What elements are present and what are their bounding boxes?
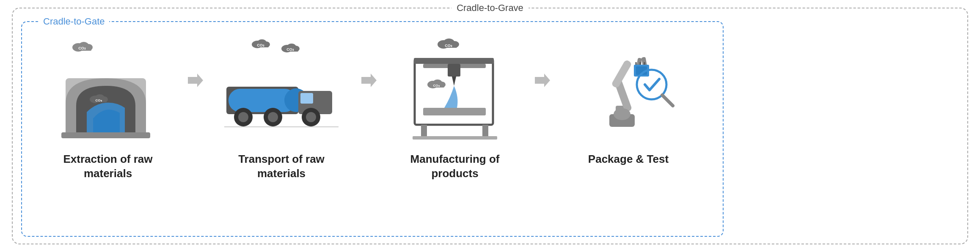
svg-rect-54 [413,136,497,140]
cradle-to-gate-label: Cradle-to-Gate [39,16,109,27]
svg-marker-45 [452,77,456,86]
svg-rect-27 [300,93,313,104]
extraction-icon: CO₂ [44,30,171,148]
stage-disposal: CO₂ [220,241,377,252]
svg-point-33 [306,112,316,122]
svg-text:CO₂: CO₂ [78,46,86,50]
svg-marker-55 [535,74,550,87]
arrow-3 [533,72,550,89]
use-icon: CO₂ [61,241,188,252]
svg-text:CO₂: CO₂ [286,47,294,52]
svg-rect-11 [61,132,150,138]
svg-text:CO₂: CO₂ [96,99,102,102]
manufacturing-icon: CO₂ [391,30,518,148]
stage-transport: CO₂ CO₂ [203,30,360,181]
svg-text:CO₂: CO₂ [445,44,452,48]
svg-rect-42 [414,58,494,64]
svg-rect-46 [423,108,486,115]
svg-rect-44 [448,64,460,77]
inner-stages: CO₂ [30,30,715,236]
transport-label: Transport of rawmaterials [238,152,325,181]
extraction-label: Extraction of rawmaterials [63,152,153,181]
cradle-to-grave-container: Cradle-to-Grave Cradle-to-Gate [12,8,968,244]
manufacturing-label: Manufacturing ofproducts [410,152,500,181]
svg-point-29 [238,112,248,122]
svg-marker-35 [361,74,377,87]
cradle-to-gate-container: Cradle-to-Gate [21,21,724,237]
stage-package: Package & Test [550,30,707,167]
stage-manufacturing: CO₂ [377,30,533,181]
svg-point-31 [268,112,278,122]
disposal-icon: CO₂ [235,241,362,252]
svg-rect-53 [482,125,488,137]
package-label: Package & Test [588,152,669,167]
outer-stages: CO₂ [30,241,377,252]
svg-text:CO₂: CO₂ [433,84,440,88]
svg-rect-52 [421,125,427,137]
svg-text:CO₂: CO₂ [257,43,264,47]
arrow-1 [186,72,203,89]
svg-point-69 [614,108,630,120]
stage-extraction: CO₂ [30,30,186,181]
arrow-2 [360,72,377,89]
transport-icon: CO₂ CO₂ [218,30,345,148]
cradle-to-grave-label: Cradle-to-Grave [451,3,529,14]
stage-use: CO₂ [47,241,203,252]
package-icon [565,30,692,148]
svg-line-68 [662,95,673,106]
svg-marker-12 [188,74,203,87]
